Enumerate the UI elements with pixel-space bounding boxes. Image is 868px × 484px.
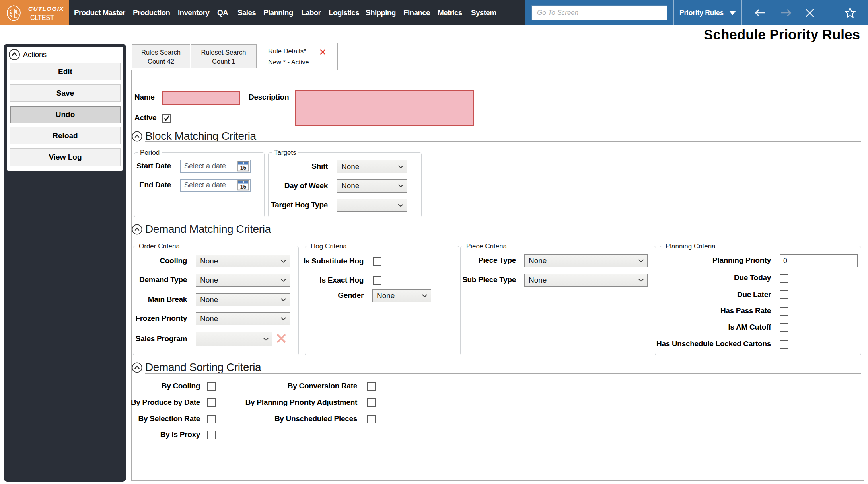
svg-text:15: 15 bbox=[240, 183, 247, 190]
svg-text:15: 15 bbox=[240, 164, 247, 171]
